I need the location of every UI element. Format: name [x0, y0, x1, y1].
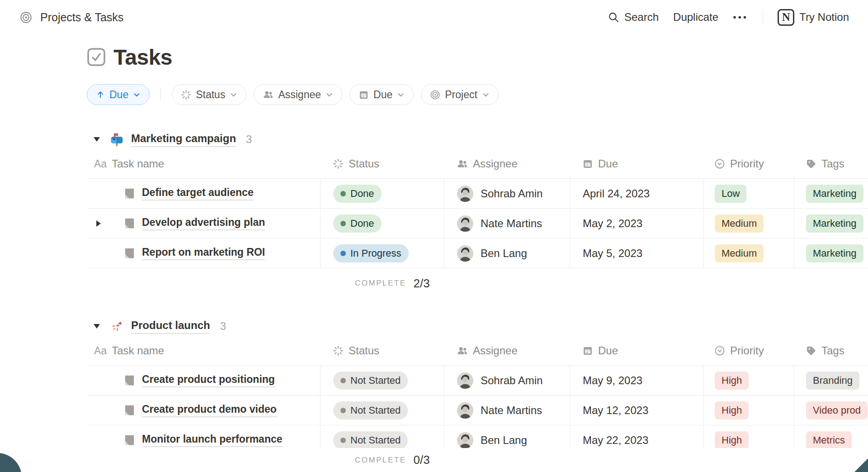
- tag-pill[interactable]: Video prod: [806, 401, 868, 420]
- priority-tag[interactable]: Medium: [715, 215, 764, 233]
- priority-tag[interactable]: High: [715, 401, 749, 420]
- breadcrumb[interactable]: Projects & Tasks: [40, 11, 123, 24]
- group-count: 3: [246, 133, 252, 146]
- cell-tags[interactable]: Branding: [794, 366, 868, 395]
- duplicate-button[interactable]: Duplicate: [673, 11, 718, 24]
- cell-tags[interactable]: Video prod: [794, 396, 868, 425]
- table-row: Create product positioning Not Started S…: [87, 365, 868, 395]
- filter-status-button[interactable]: Status: [172, 84, 246, 105]
- cell-status[interactable]: Not Started: [320, 396, 444, 425]
- column-header-due[interactable]: Due: [570, 336, 703, 365]
- aa-icon: Aa: [94, 345, 107, 357]
- column-header-tags[interactable]: Tags: [794, 149, 868, 178]
- tag-pill[interactable]: Branding: [806, 372, 859, 390]
- task-name-link[interactable]: Create product positioning: [142, 373, 275, 387]
- tag-pill[interactable]: Metrics: [806, 431, 852, 449]
- try-notion-button[interactable]: N Try Notion: [778, 9, 849, 26]
- cell-task[interactable]: Create product demo video: [87, 396, 320, 425]
- column-header-assignee[interactable]: Assignee: [444, 149, 570, 178]
- arrow-up-icon: [96, 90, 105, 99]
- column-header-priority[interactable]: Priority: [703, 149, 794, 178]
- cell-tags[interactable]: Marketing: [794, 179, 868, 208]
- cell-task[interactable]: Develop advertising plan: [87, 209, 320, 238]
- task-name-link[interactable]: Create product demo video: [142, 403, 277, 417]
- priority-tag[interactable]: Medium: [715, 244, 764, 262]
- cell-status[interactable]: In Progress: [320, 238, 444, 268]
- task-name-link[interactable]: Define target audience: [142, 186, 254, 200]
- cell-due[interactable]: May 2, 2023: [570, 209, 703, 238]
- task-name-link[interactable]: Develop advertising plan: [142, 216, 265, 230]
- task-name-link[interactable]: Monitor launch performance: [142, 433, 283, 447]
- cell-tags[interactable]: Marketing: [794, 238, 868, 268]
- calendar-icon: [582, 345, 593, 356]
- column-header-task-name[interactable]: Aa Task name: [87, 336, 320, 365]
- chevron-down-icon: [326, 91, 333, 99]
- cell-due[interactable]: May 5, 2023: [570, 238, 703, 268]
- notion-logo-icon: N: [778, 9, 794, 26]
- cell-status[interactable]: Done: [320, 209, 444, 238]
- cell-tags[interactable]: Marketing: [794, 209, 868, 238]
- table-row: Develop advertising plan Done Nate Marti…: [87, 208, 868, 238]
- status-pill[interactable]: Done: [333, 185, 382, 203]
- search-button[interactable]: Search: [608, 11, 659, 24]
- priority-tag[interactable]: High: [715, 372, 749, 390]
- filter-due-button[interactable]: Due: [349, 84, 414, 105]
- topbar-divider: [763, 10, 763, 25]
- cell-priority[interactable]: Medium: [703, 238, 794, 268]
- column-header-task-name[interactable]: Aa Task name: [87, 149, 320, 178]
- cell-assignee[interactable]: Nate Martins: [444, 396, 570, 425]
- status-pill[interactable]: Not Started: [333, 401, 408, 420]
- column-header-tags[interactable]: Tags: [794, 336, 868, 365]
- cell-status[interactable]: Not Started: [320, 366, 444, 395]
- cell-priority[interactable]: Low: [703, 179, 794, 208]
- collapse-toggle-icon[interactable]: [93, 137, 100, 142]
- collapse-toggle-icon[interactable]: [93, 324, 100, 329]
- cell-task[interactable]: Define target audience: [87, 179, 320, 208]
- tag-pill[interactable]: Marketing: [806, 185, 863, 203]
- sort-due-button[interactable]: Due: [87, 84, 150, 105]
- column-header-status[interactable]: Status: [320, 336, 444, 365]
- mailbox-emoji-icon: [109, 132, 124, 147]
- cell-due[interactable]: May 12, 2023: [570, 396, 703, 425]
- column-header-assignee[interactable]: Assignee: [444, 336, 570, 365]
- status-pill[interactable]: Not Started: [333, 372, 408, 390]
- group-name-link[interactable]: Marketing campaign: [131, 132, 236, 147]
- task-name-link[interactable]: Report on marketing ROI: [142, 246, 265, 260]
- try-notion-label: Try Notion: [799, 11, 849, 24]
- due-date: April 24, 2023: [583, 187, 650, 200]
- tag-pill[interactable]: Marketing: [806, 244, 863, 262]
- status-dot-icon: [340, 221, 346, 226]
- more-options-button[interactable]: •••: [733, 12, 748, 23]
- group-header: Product launch 3: [87, 316, 868, 336]
- cell-task[interactable]: Create product positioning: [87, 366, 320, 395]
- complete-value: 2/3: [414, 277, 430, 291]
- cell-due[interactable]: April 24, 2023: [570, 179, 703, 208]
- cell-task[interactable]: Report on marketing ROI: [87, 238, 320, 268]
- cell-assignee[interactable]: Nate Martins: [444, 209, 570, 238]
- cell-assignee[interactable]: Sohrab Amin: [444, 366, 570, 395]
- column-header-status[interactable]: Status: [320, 149, 444, 178]
- cell-due[interactable]: May 9, 2023: [570, 366, 703, 395]
- group-name-link[interactable]: Product launch: [131, 319, 210, 334]
- cell-status[interactable]: Done: [320, 179, 444, 208]
- priority-tag[interactable]: High: [715, 431, 749, 449]
- page-title[interactable]: Tasks: [113, 45, 172, 70]
- column-header-priority[interactable]: Priority: [703, 336, 794, 365]
- cell-assignee[interactable]: Sohrab Amin: [444, 179, 570, 208]
- filter-project-button[interactable]: Project: [421, 84, 499, 105]
- filter-assignee-button[interactable]: Assignee: [254, 84, 342, 105]
- cell-priority[interactable]: High: [703, 366, 794, 395]
- tag-pill[interactable]: Marketing: [806, 215, 863, 233]
- priority-tag[interactable]: Low: [715, 185, 746, 203]
- column-header-due[interactable]: Due: [570, 149, 703, 178]
- page-icon: [123, 217, 136, 230]
- checkbox-page-icon[interactable]: [87, 48, 106, 67]
- cell-priority[interactable]: High: [703, 396, 794, 425]
- cell-assignee[interactable]: Ben Lang: [444, 238, 570, 268]
- people-icon: [263, 89, 274, 100]
- status-pill[interactable]: Done: [333, 215, 382, 233]
- expand-toggle-icon[interactable]: [96, 220, 101, 227]
- status-pill[interactable]: Not Started: [333, 431, 408, 449]
- status-pill[interactable]: In Progress: [333, 244, 409, 262]
- cell-priority[interactable]: Medium: [703, 209, 794, 238]
